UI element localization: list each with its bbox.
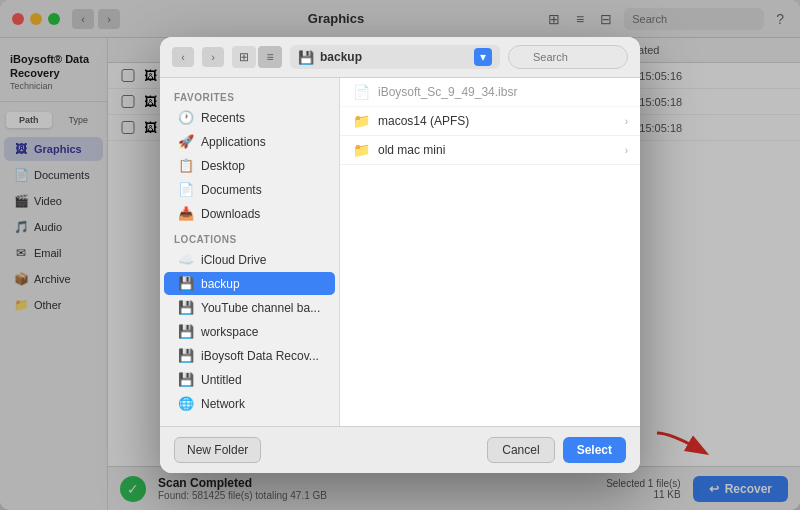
locations-header: Locations (160, 230, 339, 247)
dialog-overlay: ‹ › ⊞ ≡ 💾 backup ▾ 🔍 Favorites (0, 0, 800, 510)
dialog-file-name: macos14 (APFS) (378, 114, 617, 128)
cancel-button[interactable]: Cancel (487, 437, 554, 463)
locations-section: Locations ☁️ iCloud Drive 💾 backup 💾 You… (160, 228, 339, 418)
untitled-icon: 💾 (178, 372, 194, 387)
new-folder-button[interactable]: New Folder (174, 437, 261, 463)
icloud-icon: ☁️ (178, 252, 194, 267)
downloads-icon: 📥 (178, 206, 194, 221)
dialog-file-item[interactable]: 📄 iBoysoft_Sc_9_49_34.ibsr (340, 78, 640, 107)
dialog-sidebar-label-youtube: YouTube channel ba... (201, 301, 320, 315)
dialog-file-item[interactable]: 📁 macos14 (APFS) › (340, 107, 640, 136)
dialog-sidebar: Favorites 🕐 Recents 🚀 Applications 📋 Des… (160, 78, 340, 426)
dialog-sidebar-item-documents[interactable]: 📄 Documents (164, 178, 335, 201)
recents-icon: 🕐 (178, 110, 194, 125)
dialog-sidebar-label-workspace: workspace (201, 325, 258, 339)
iboysoft-icon: 💾 (178, 348, 194, 363)
dialog-forward-button[interactable]: › (202, 47, 224, 67)
dialog-body: Favorites 🕐 Recents 🚀 Applications 📋 Des… (160, 78, 640, 426)
dialog-sidebar-item-applications[interactable]: 🚀 Applications (164, 130, 335, 153)
dialog-location-bar: 💾 backup ▾ (290, 45, 500, 69)
dialog-view-buttons: ⊞ ≡ (232, 46, 282, 68)
chevron-right-icon: › (625, 116, 628, 127)
dialog-sidebar-label-network: Network (201, 397, 245, 411)
dialog-sidebar-label-documents: Documents (201, 183, 262, 197)
dialog-sidebar-item-untitled[interactable]: 💾 Untitled (164, 368, 335, 391)
dialog-search-input[interactable] (508, 45, 628, 69)
dialog-file-item[interactable]: 📁 old mac mini › (340, 136, 640, 165)
dialog-sidebar-item-recents[interactable]: 🕐 Recents (164, 106, 335, 129)
chevron-right-icon: › (625, 145, 628, 156)
dialog-sidebar-item-downloads[interactable]: 📥 Downloads (164, 202, 335, 225)
desktop-icon: 📋 (178, 158, 194, 173)
dialog-list-view-button[interactable]: ≡ (258, 46, 282, 68)
dialog-sidebar-item-desktop[interactable]: 📋 Desktop (164, 154, 335, 177)
dialog-location-icon: 💾 (298, 50, 314, 65)
documents-sidebar-icon: 📄 (178, 182, 194, 197)
dialog-sidebar-label-downloads: Downloads (201, 207, 260, 221)
dialog-sidebar-label-applications: Applications (201, 135, 266, 149)
backup-icon: 💾 (178, 276, 194, 291)
dialog-sidebar-item-workspace[interactable]: 💾 workspace (164, 320, 335, 343)
dialog-icon-view-button[interactable]: ⊞ (232, 46, 256, 68)
dialog-sidebar-label-icloud: iCloud Drive (201, 253, 266, 267)
dialog-back-button[interactable]: ‹ (172, 47, 194, 67)
dialog-sidebar-label-backup: backup (201, 277, 240, 291)
network-icon: 🌐 (178, 396, 194, 411)
file-folder-icon: 📁 (352, 142, 370, 158)
dialog-sidebar-item-iboysoft[interactable]: 💾 iBoysoft Data Recov... (164, 344, 335, 367)
dialog-file-name: iBoysoft_Sc_9_49_34.ibsr (378, 85, 628, 99)
workspace-icon: 💾 (178, 324, 194, 339)
dialog-sidebar-item-icloud[interactable]: ☁️ iCloud Drive (164, 248, 335, 271)
dialog-search-wrap: 🔍 (508, 45, 628, 69)
applications-icon: 🚀 (178, 134, 194, 149)
youtube-icon: 💾 (178, 300, 194, 315)
select-button[interactable]: Select (563, 437, 626, 463)
dialog-sidebar-label-untitled: Untitled (201, 373, 242, 387)
dialog-sidebar-item-backup[interactable]: 💾 backup (164, 272, 335, 295)
dialog-sidebar-item-youtube[interactable]: 💾 YouTube channel ba... (164, 296, 335, 319)
dialog-file-name: old mac mini (378, 143, 617, 157)
dialog-sidebar-label-iboysoft: iBoysoft Data Recov... (201, 349, 319, 363)
dialog-toolbar: ‹ › ⊞ ≡ 💾 backup ▾ 🔍 (160, 37, 640, 78)
dialog-file-pane: 📄 iBoysoft_Sc_9_49_34.ibsr 📁 macos14 (AP… (340, 78, 640, 426)
file-doc-icon: 📄 (352, 84, 370, 100)
dialog-location-dropdown[interactable]: ▾ (474, 48, 492, 66)
dialog-sidebar-label-recents: Recents (201, 111, 245, 125)
file-folder-icon: 📁 (352, 113, 370, 129)
dialog-footer: New Folder Cancel Select (160, 426, 640, 473)
save-dialog: ‹ › ⊞ ≡ 💾 backup ▾ 🔍 Favorites (160, 37, 640, 473)
dialog-location-label: backup (320, 50, 468, 64)
dialog-action-buttons: Cancel Select (487, 437, 626, 463)
dialog-sidebar-label-desktop: Desktop (201, 159, 245, 173)
favorites-header: Favorites (160, 88, 339, 105)
favorites-section: Favorites 🕐 Recents 🚀 Applications 📋 Des… (160, 86, 339, 228)
dialog-sidebar-item-network[interactable]: 🌐 Network (164, 392, 335, 415)
